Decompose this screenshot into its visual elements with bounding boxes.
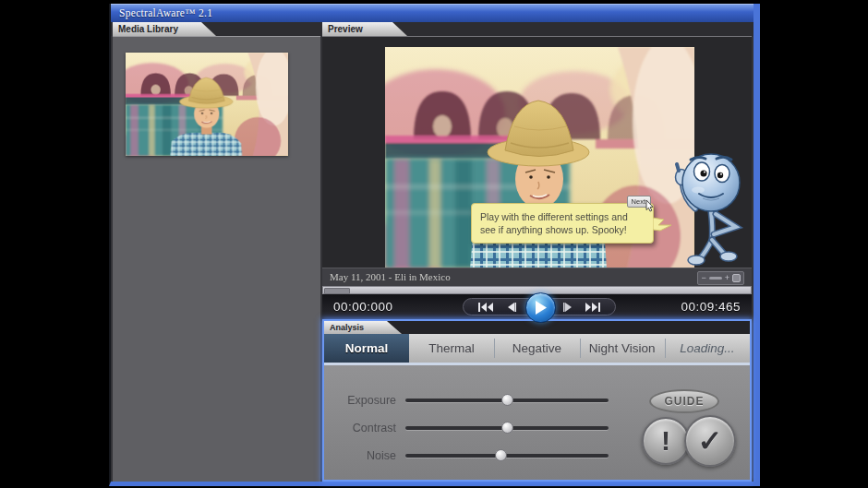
duration-time: 00:09:465 bbox=[681, 294, 741, 319]
zoom-slider[interactable] bbox=[709, 277, 722, 280]
mode-tab-thermal[interactable]: Thermal bbox=[409, 334, 494, 363]
mode-label-negative: Negative bbox=[512, 341, 561, 355]
media-library-panel bbox=[113, 36, 320, 482]
assistant-speech-bubble: Play with the different settings and see… bbox=[471, 203, 654, 244]
mode-label-thermal: Thermal bbox=[428, 341, 475, 355]
noise-slider[interactable] bbox=[405, 454, 609, 458]
confirm-button[interactable]: ✓ bbox=[684, 415, 736, 467]
mode-tab-row: Normal Thermal Negative Night Vision Loa… bbox=[324, 334, 750, 363]
bubble-tail bbox=[653, 216, 673, 234]
skip-start-button[interactable] bbox=[475, 299, 497, 315]
zoom-out-icon[interactable]: − bbox=[701, 273, 705, 283]
tab-media-library[interactable]: Media Library bbox=[113, 22, 216, 36]
tab-preview[interactable]: Preview bbox=[322, 22, 407, 36]
zoom-in-icon[interactable]: + bbox=[725, 273, 729, 283]
zoom-control[interactable]: − + bbox=[697, 271, 744, 285]
media-library-tab-label: Media Library bbox=[118, 24, 178, 34]
cursor-icon bbox=[645, 200, 654, 212]
mode-tab-night-vision[interactable]: Night Vision bbox=[580, 334, 665, 363]
analysis-body: Exposure Contrast Noise bbox=[324, 365, 750, 480]
scrubber-thumb[interactable] bbox=[324, 288, 350, 294]
mode-tab-loading: Loading... bbox=[665, 334, 750, 363]
guide-button[interactable]: GUIDE bbox=[649, 389, 719, 413]
analysis-panel: Analysis Normal Thermal Negative Night V… bbox=[322, 319, 752, 482]
step-back-icon bbox=[507, 303, 516, 312]
mode-label-loading: Loading... bbox=[680, 341, 734, 355]
assistant-bubble-text: Play with the different settings and see… bbox=[480, 210, 645, 236]
noise-label: Noise bbox=[324, 446, 396, 465]
assistant-mascot bbox=[668, 146, 755, 270]
contrast-label: Contrast bbox=[324, 419, 396, 437]
step-forward-button[interactable] bbox=[557, 299, 579, 315]
step-forward-icon bbox=[563, 303, 573, 312]
alert-button[interactable]: ! bbox=[642, 417, 690, 465]
media-thumbnail[interactable] bbox=[126, 53, 288, 156]
skip-end-icon bbox=[585, 303, 600, 312]
clip-caption: May 11, 2001 - Eli in Mexico bbox=[330, 268, 451, 286]
mode-label-normal: Normal bbox=[345, 341, 389, 355]
skip-start-icon bbox=[478, 303, 493, 312]
contrast-slider-thumb[interactable] bbox=[501, 422, 513, 434]
analysis-tab-label: Analysis bbox=[330, 323, 364, 332]
elapsed-time: 00:00:000 bbox=[333, 294, 393, 319]
app-window: SpectralAware™ 2.1 Media Library Preview… bbox=[109, 4, 760, 486]
caption-bar: May 11, 2001 - Eli in Mexico − + bbox=[322, 268, 752, 286]
bubble-next-button[interactable]: Next bbox=[627, 196, 651, 208]
titlebar[interactable]: SpectralAware™ 2.1 bbox=[111, 4, 753, 22]
preview-tab-label: Preview bbox=[328, 24, 363, 34]
mode-tab-normal[interactable]: Normal bbox=[324, 334, 409, 363]
skip-end-button[interactable] bbox=[582, 299, 604, 315]
exposure-slider-thumb[interactable] bbox=[501, 394, 513, 406]
guide-button-label: GUIDE bbox=[664, 395, 704, 408]
play-button[interactable] bbox=[525, 292, 556, 323]
next-button-label: Next bbox=[632, 197, 645, 206]
magnifier-icon bbox=[732, 274, 741, 282]
exposure-label: Exposure bbox=[324, 391, 396, 410]
app-title: SpectralAware™ 2.1 bbox=[111, 4, 753, 22]
mode-label-night-vision: Night Vision bbox=[589, 341, 656, 355]
noise-slider-row: Noise bbox=[324, 446, 638, 465]
desktop-background: SpectralAware™ 2.1 Media Library Preview… bbox=[0, 0, 868, 488]
play-icon bbox=[535, 301, 547, 315]
exposure-slider-row: Exposure bbox=[324, 391, 638, 410]
noise-slider-thumb[interactable] bbox=[495, 449, 507, 461]
exclamation-icon: ! bbox=[661, 425, 670, 457]
mode-tab-negative[interactable]: Negative bbox=[494, 334, 579, 363]
playback-bar: 00:00:000 bbox=[322, 294, 752, 319]
contrast-slider[interactable] bbox=[405, 426, 609, 430]
step-back-button[interactable] bbox=[500, 299, 523, 315]
exposure-slider[interactable] bbox=[405, 399, 609, 402]
checkmark-icon: ✓ bbox=[698, 423, 723, 458]
contrast-slider-row: Contrast bbox=[324, 419, 638, 437]
